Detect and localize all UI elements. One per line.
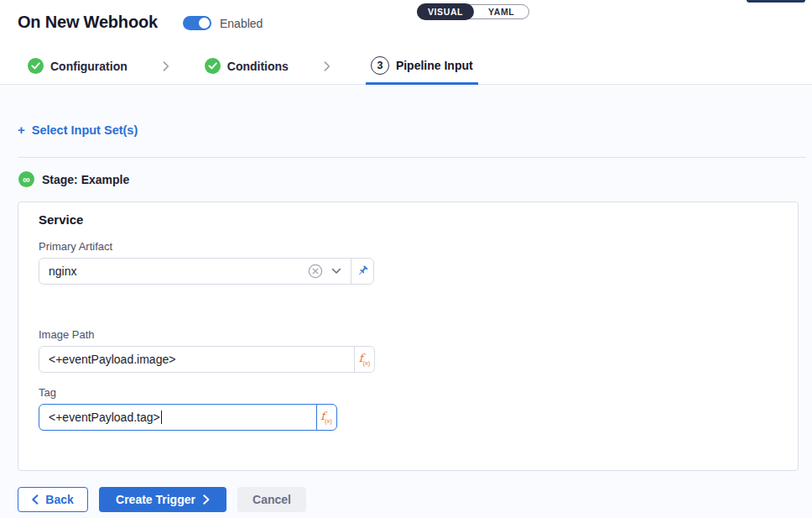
stage-label: Stage: Example xyxy=(42,173,129,186)
tab-label: Pipeline Input xyxy=(396,59,473,72)
primary-artifact-value: nginx xyxy=(49,264,308,278)
primary-artifact-label: Primary Artifact xyxy=(39,240,112,253)
image-path-input[interactable]: <+eventPayload.image> xyxy=(39,346,355,373)
wizard-tabbar: Configuration Conditions 3 Pipeline Inpu… xyxy=(0,48,812,85)
back-label: Back xyxy=(45,493,73,506)
page-title: On New Webhook xyxy=(18,13,158,32)
tag-label: Tag xyxy=(39,386,56,399)
back-button[interactable]: Back xyxy=(18,487,88,512)
plus-icon: + xyxy=(18,123,25,137)
stage-header: ∞ Stage: Example xyxy=(18,171,129,187)
tag-value: <+eventPayload.tag> xyxy=(49,411,160,424)
image-path-value: <+eventPayload.image> xyxy=(49,353,345,366)
pipeline-input-panel: + Select Input Set(s) ∞ Stage: Example S… xyxy=(0,85,812,518)
fx-icon: f(x) xyxy=(359,353,371,366)
enabled-toggle[interactable] xyxy=(183,16,211,30)
yaml-mode-button[interactable]: YAML xyxy=(474,4,528,19)
text-cursor xyxy=(161,411,163,424)
tab-label: Configuration xyxy=(50,60,128,73)
cancel-label: Cancel xyxy=(252,493,291,506)
primary-artifact-group: nginx xyxy=(39,258,374,285)
pin-icon xyxy=(356,264,369,278)
chevron-right-icon xyxy=(163,48,169,84)
cancel-button[interactable]: Cancel xyxy=(237,487,306,512)
create-trigger-button[interactable]: Create Trigger xyxy=(99,487,226,512)
section-divider xyxy=(18,157,806,158)
toggle-knob xyxy=(199,18,210,29)
image-path-group: <+eventPayload.image> f(x) xyxy=(39,346,375,373)
service-card: Service Primary Artifact nginx xyxy=(18,201,799,471)
primary-artifact-select[interactable]: nginx xyxy=(39,258,351,285)
header: On New Webhook Enabled VISUAL YAML xyxy=(0,0,812,48)
create-trigger-label: Create Trigger xyxy=(116,493,195,506)
enabled-toggle-group: Enabled xyxy=(183,16,263,30)
chevron-left-icon xyxy=(32,494,39,505)
expression-fx-button[interactable]: f(x) xyxy=(354,346,375,373)
enabled-label: Enabled xyxy=(220,17,263,30)
service-heading: Service xyxy=(39,212,83,227)
pin-button[interactable] xyxy=(351,258,374,285)
tag-input[interactable]: <+eventPayload.tag> xyxy=(39,404,317,431)
tab-conditions[interactable]: Conditions xyxy=(205,48,289,84)
tag-group: <+eventPayload.tag> f(x) xyxy=(39,404,337,431)
select-input-sets-label: Select Input Set(s) xyxy=(32,123,138,137)
chevron-right-icon xyxy=(203,494,210,505)
check-circle-icon xyxy=(205,58,221,74)
clear-icon[interactable] xyxy=(308,264,323,279)
top-right-button-fragment[interactable] xyxy=(747,0,805,3)
visual-mode-button[interactable]: VISUAL xyxy=(417,3,474,20)
footer-actions: Back Create Trigger Cancel xyxy=(18,487,306,512)
tab-configuration[interactable]: Configuration xyxy=(28,48,128,84)
chevron-right-icon xyxy=(324,48,331,84)
image-path-label: Image Path xyxy=(39,328,95,341)
select-input-sets-link[interactable]: + Select Input Set(s) xyxy=(18,123,138,137)
chevron-down-icon[interactable] xyxy=(331,268,341,275)
tab-label: Conditions xyxy=(227,60,289,73)
expression-fx-button[interactable]: f(x) xyxy=(316,404,337,431)
cd-stage-icon: ∞ xyxy=(18,171,34,187)
step-number-badge: 3 xyxy=(371,56,389,75)
check-circle-icon xyxy=(28,58,44,74)
fx-icon: f(x) xyxy=(320,411,332,424)
visual-yaml-toggle: VISUAL YAML xyxy=(417,4,529,19)
tab-pipeline-input[interactable]: 3 Pipeline Input xyxy=(366,48,478,85)
